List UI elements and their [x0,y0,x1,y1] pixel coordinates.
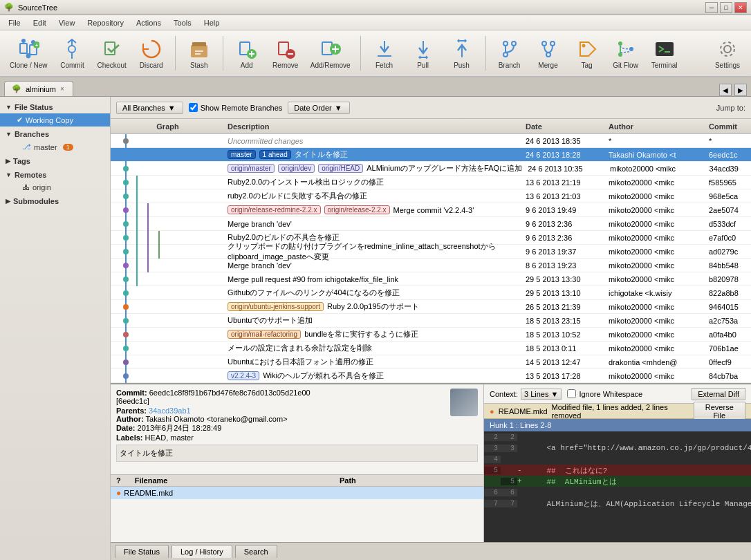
table-row[interactable]: origin/mail-refactoring bundleを常に実行するように… [111,328,751,342]
branches-header[interactable]: ▼ Branches [0,128,110,140]
tag-button[interactable]: Tag [569,33,605,73]
menu-help[interactable]: Help [198,17,225,28]
discard-button[interactable]: Discard [133,33,169,73]
tab-nav-left[interactable]: ◀ [719,84,732,96]
tab-close-button[interactable]: × [60,85,64,93]
tab-log-history[interactable]: Log / History [171,545,232,558]
sidebar-item-working-copy[interactable]: ✔ Working Copy [0,113,110,127]
show-remote-input[interactable] [189,103,198,112]
table-row[interactable]: Uncommitted changes 24 6 2013 18:35 * * [111,134,751,148]
tab-file-status[interactable]: File Status [115,545,169,558]
parents-label: Parents: [116,407,147,415]
menu-tools[interactable]: Tools [168,17,197,28]
external-diff-button[interactable]: External Diff [692,388,745,400]
tab-search[interactable]: Search [235,545,277,558]
file-status-header[interactable]: ▼ File Status [0,101,110,113]
commit-text: 2ae5074 [706,206,751,214]
toolbar-separator-4 [485,36,486,71]
table-row[interactable]: origin/release-redmine-2.2.x origin/rele… [111,203,751,217]
table-row[interactable]: Ruby2.0.0のインストール検出ロジックの修正 13 6 2013 21:1… [111,176,751,189]
menu-repository[interactable]: Repository [82,17,129,28]
branch-label: Branch [499,62,521,69]
diff-sign [517,488,526,496]
stash-button[interactable]: Stash [181,33,217,73]
table-row[interactable]: ruby2.0のビルドに失敗する不具合の修正 13 6 2013 21:03 m… [111,189,751,203]
table-row[interactable]: Githubのファイルへのリンクが404になるのを修正 29 5 2013 13… [111,286,751,300]
tab-nav-right[interactable]: ▶ [734,84,747,96]
commit-text: d533dcf [706,220,751,228]
window-controls: ─ □ ✕ [705,2,747,13]
ignore-whitespace-checkbox[interactable]: Ignore Whitespace [567,389,642,398]
branch-button[interactable]: Branch [492,33,528,73]
alminium-tab[interactable]: 🌳 alminium × [4,81,73,96]
table-row[interactable]: Merge branch 'dev' 8 6 2013 19:23 mikoto… [111,259,751,272]
merge-button[interactable]: Merge [530,33,566,73]
remove-button[interactable]: Remove [268,33,304,73]
svg-point-50 [724,46,731,53]
desc-text: ALMiniumのアップグレード方法をFAQに追加 [367,163,522,174]
diff-content[interactable]: 2 2 3 3 <a href="http://www.amazon.co.jp… [484,431,751,542]
svg-point-42 [546,53,550,57]
branch-tag: origin/ubuntu-jenkins-support [228,302,324,311]
branch-tag: v2.2.4-3 [228,371,259,380]
menu-view[interactable]: View [53,17,81,28]
submodules-header[interactable]: ▶ Submodules [0,195,110,207]
menu-edit[interactable]: Edit [28,17,52,28]
table-row[interactable]: Merge pull request #90 from ichigotake/f… [111,272,751,286]
sidebar-item-origin[interactable]: 🖧 origin [0,181,110,194]
all-branches-dropdown[interactable]: All Branches ▼ [116,102,183,114]
sidebar-item-master[interactable]: ⎇ master 1 [0,140,110,153]
table-row[interactable]: Ubuntuにおける日本語フォント適用の修正 14 5 2013 12:47 d… [111,355,751,369]
table-row[interactable]: master 1 ahead タイトルを修正 24 6 2013 18:28 T… [111,148,751,162]
settings-button[interactable]: Settings [710,33,745,73]
line-num-old: 2 [484,433,501,441]
list-item[interactable]: ● README.mkd [111,487,483,499]
date-order-dropdown[interactable]: Date Order ▼ [288,102,349,114]
main-layout: ▼ File Status ✔ Working Copy ▼ Branches … [0,97,751,560]
svg-point-36 [503,41,508,46]
ignore-ws-input[interactable] [567,389,576,398]
author-text: mikoto20000 <mikc [606,303,706,311]
tags-header[interactable]: ▶ Tags [0,155,110,167]
remotes-header[interactable]: ▼ Remotes [0,169,110,181]
table-row[interactable]: origin/ubuntu-jenkins-support Ruby 2.0.0… [111,300,751,314]
svg-rect-14 [105,42,115,55]
date-text: 14 5 2013 12:47 [523,358,606,366]
svg-rect-16 [192,42,206,46]
line-num-new: 7 [501,500,517,507]
maximize-button[interactable]: □ [720,2,732,13]
close-button[interactable]: ✕ [734,2,747,13]
menu-actions[interactable]: Actions [131,17,167,28]
menu-file[interactable]: File [3,17,26,28]
branch-tag: origin/dev [278,164,315,173]
table-row[interactable]: v2.2.4-3 Wikiのヘルプが頼れる不具合を修正 13 5 2013 17… [111,369,751,383]
add-remove-button[interactable]: Add/Remove [306,33,355,73]
author-text: mikoto20000 <mikc [606,206,706,214]
minimize-button[interactable]: ─ [705,2,718,13]
commit-text: e7af0c0 [706,234,751,242]
terminal-button[interactable]: Terminal [647,33,683,73]
context-dropdown[interactable]: 3 Lines ▼ [521,389,562,400]
table-row[interactable]: メールの設定に含まれる余計な設定を削除 18 5 2013 0:11 mikot… [111,342,751,355]
fetch-button[interactable]: Fetch [367,33,402,73]
table-row[interactable]: Merge branch 'dev' 9 6 2013 2:36 mikoto2… [111,217,751,231]
sidebar: ▼ File Status ✔ Working Copy ▼ Branches … [0,97,111,560]
svg-point-40 [542,41,546,46]
date-order-arrow-icon: ▼ [335,104,342,112]
pull-button[interactable]: Pull [405,33,441,73]
show-remote-checkbox[interactable]: Show Remote Branches [189,103,283,112]
table-row[interactable]: Ubuntuでのサポート追加 18 5 2013 23:15 mikoto200… [111,314,751,328]
table-row[interactable]: origin/master origin/dev origin/HEAD ALM… [111,162,751,176]
parents-link[interactable]: 34acd39ab1 [149,407,191,415]
commit-button[interactable]: Commit [54,33,90,73]
commit-table[interactable]: Graph Description Date Author Commit [111,119,751,383]
table-row[interactable]: クリップボードの貼り付けプラグインをredmine_inline_attach_… [111,245,751,259]
reverse-file-button[interactable]: Reverse File [694,402,745,421]
clone-new-button[interactable]: + Clone / New [6,33,51,73]
push-button[interactable]: Push [444,33,480,73]
add-button[interactable]: Add [229,33,265,73]
git-flow-button[interactable]: Git Flow [608,33,644,73]
remove-label: Remove [272,62,298,69]
branch-tag: origin/HEAD [318,164,363,173]
checkout-button[interactable]: Checkout [93,33,130,73]
